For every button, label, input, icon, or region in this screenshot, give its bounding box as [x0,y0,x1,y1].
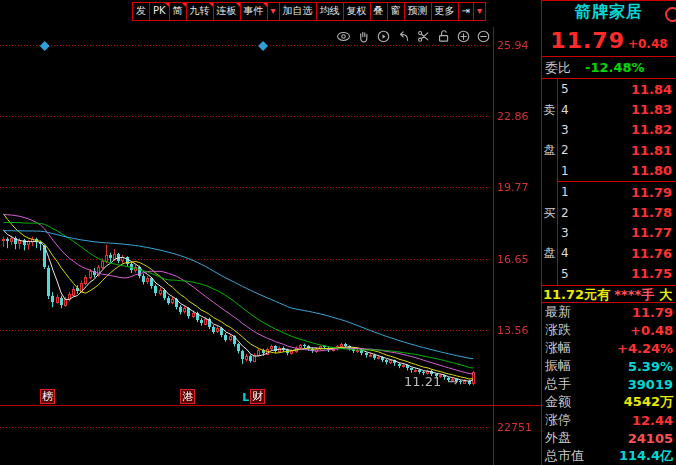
stat-value: 5.39% [628,359,673,374]
bid-row-2[interactable]: 211.78 [558,202,676,222]
ask-price: 11.81 [631,143,672,158]
cut-icon[interactable] [416,28,431,44]
ask-level: 4 [561,103,569,117]
eye-icon[interactable] [336,28,351,44]
event-marker-prefix: L [242,391,249,404]
unlock-icon[interactable] [436,28,451,44]
stat-label: 总市值 [545,447,584,465]
event-marker-box: 财 [250,389,265,404]
autoplay-icon[interactable] [376,28,391,44]
ask-price: 11.83 [631,102,672,117]
ask-level: 2 [561,143,569,157]
undo-icon[interactable] [396,28,411,44]
bid-row-3[interactable]: 311.77 [558,223,676,243]
bid-price: 11.76 [631,246,672,261]
toolbar-forecast[interactable]: 预测 [404,2,432,21]
stat-label: 总手 [545,375,571,393]
right-arrow-icon: → [447,374,458,389]
stat-value: 24105 [628,431,673,446]
add-stock-icon[interactable] [665,7,676,22]
toolbar-events[interactable]: 事件 [240,2,268,21]
stat-value: 11.79 [632,305,673,320]
stock-name: 箭牌家居 [575,2,643,21]
stat-change-pct: 涨幅+4.24% [542,339,676,357]
toolbar-overlay[interactable]: 叠 [370,2,388,21]
bid-price: 11.79 [631,185,672,200]
low-price-label: 11.21 [404,374,441,389]
weibi-value: -12.48% [585,60,645,75]
stat-label: 最新 [545,303,571,321]
toolbar-pk[interactable]: PK [149,2,170,21]
ask-price: 11.82 [631,122,672,137]
bid-row-5[interactable]: 511.75 [558,264,676,284]
quote-panel: 箭牌家居 11.79 +0.48 委比 -12.48% 卖盘买盘511.8441… [541,0,676,465]
stat-outer-volume: 外盘24105 [542,429,676,447]
bid-price: 11.78 [631,205,672,220]
stat-value: 114.4亿 [619,447,673,465]
zoom-out-icon[interactable] [476,28,491,44]
stock-app-window: 发PK简九转连板事件▾加自选均线复权叠窗预测更多⇥▾ 榜港L财 11.21→ 箭… [0,0,676,465]
toolbar-simple[interactable]: 简 [169,2,187,21]
toolbar-window[interactable]: 窗 [387,2,405,21]
ask-row-2[interactable]: 211.81 [558,140,676,160]
event-marker-box: 榜 [40,389,55,404]
candlestick-chart[interactable] [0,0,541,465]
ask-row-4[interactable]: 411.83 [558,99,676,119]
ask-level: 3 [561,123,569,137]
stat-label: 涨幅 [545,339,571,357]
event-marker-box: 港 [180,389,195,404]
ask-row-3[interactable]: 311.82 [558,120,676,140]
toolbar-add-watchlist[interactable]: 加自选 [279,2,317,21]
bid-row-1[interactable]: 111.79 [558,182,676,202]
bid-price: 11.75 [631,266,672,281]
stats-list: 最新11.79涨跌+0.48涨幅+4.24%振幅5.39%总手39019金额45… [542,303,676,465]
last-price: 11.79 [550,28,625,53]
bid-row-4[interactable]: 411.76 [558,243,676,263]
bid-level: 3 [561,226,569,240]
toolbar-more[interactable]: 更多 [431,2,459,21]
event-marker-财[interactable]: L财 [242,389,265,404]
chart-toolbar: 发PK简九转连板事件▾加自选均线复权叠窗预测更多⇥▾ [133,2,486,21]
toolbar-lianban[interactable]: 连板 [213,2,241,21]
event-marker-港[interactable]: 港 [180,389,195,404]
stat-limit-up: 涨停12.44 [542,411,676,429]
stat-label: 涨跌 [545,321,571,339]
tick-volume-masked: ****手 [614,287,654,302]
weibi-row: 委比 -12.48% [542,57,676,79]
ask-level: 1 [561,164,569,178]
stat-value: +0.48 [630,323,673,338]
ask-row-1[interactable]: 111.80 [558,161,676,181]
stat-label: 外盘 [545,429,571,447]
stat-label: 金额 [545,393,571,411]
stat-market-cap: 总市值114.4亿 [542,447,676,465]
stat-value: 39019 [628,377,673,392]
toolbar-jump-latest[interactable]: ⇥ [458,2,474,21]
tick-trade-row: 11.72元有****手大 [542,286,676,303]
toolbar-nine-turn[interactable]: 九转 [186,2,214,21]
toolbar-publish[interactable]: 发 [132,2,150,21]
bid-level: 5 [561,267,569,281]
toolbar-ma-lines[interactable]: 均线 [316,2,344,21]
sell-side-label: 卖盘 [542,79,557,182]
stat-label: 涨停 [545,411,571,429]
toolbar-more-dropdown[interactable]: ▾ [473,2,486,21]
stat-value: +4.24% [617,341,673,356]
quote-header: 箭牌家居 [542,2,676,28]
stat-change: 涨跌+0.48 [542,321,676,339]
stat-label: 振幅 [545,357,571,375]
hand-icon[interactable] [356,28,371,44]
tick-size-flag: 大 [659,287,672,302]
buy-side-label: 买盘 [542,182,557,285]
bid-price: 11.77 [631,225,672,240]
event-marker-榜[interactable]: 榜 [40,389,55,404]
weibi-label: 委比 [545,59,571,77]
chart-tool-icons [336,28,491,44]
order-book-side-labels: 卖盘买盘 [542,79,558,285]
toolbar-adjust-rights[interactable]: 复权 [343,2,371,21]
tick-price: 11.72元有 [543,287,610,302]
zoom-in-icon[interactable] [456,28,471,44]
low-price-annotation: 11.21→ [404,374,458,389]
price-row: 11.79 +0.48 [542,28,676,57]
ask-row-5[interactable]: 511.84 [558,79,676,99]
stat-value: 4542万 [624,393,673,411]
